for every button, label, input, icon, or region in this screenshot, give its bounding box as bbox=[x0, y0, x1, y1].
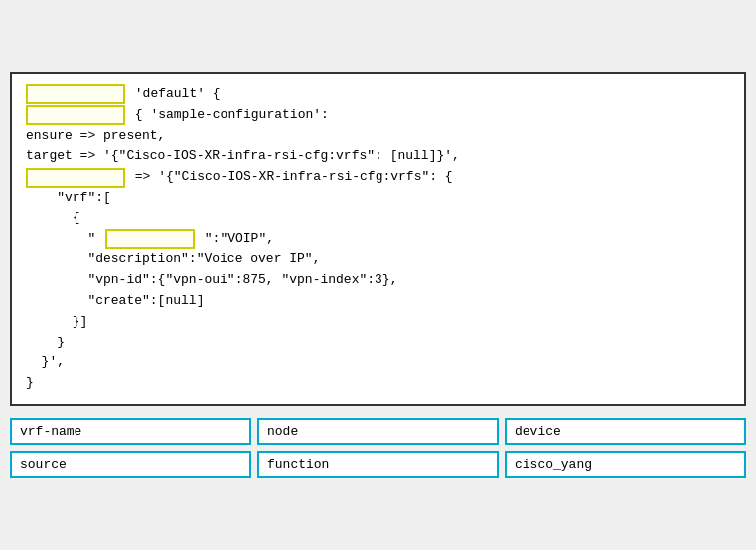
tag-vrf-name[interactable]: vrf-name bbox=[10, 418, 251, 445]
code-line-11: "create":[null] bbox=[26, 291, 730, 312]
code-text-8a: " bbox=[26, 229, 103, 250]
code-text-1: 'default' { bbox=[127, 84, 221, 105]
code-line-2: { 'sample-configuration': bbox=[26, 105, 730, 126]
code-text-6: "vrf":[ bbox=[26, 188, 111, 208]
code-line-6: "vrf":[ bbox=[26, 188, 730, 208]
tag-node[interactable]: node bbox=[257, 418, 499, 445]
code-line-8: " ":"VOIP", bbox=[26, 229, 730, 250]
code-line-13: } bbox=[26, 333, 730, 353]
code-line-7: { bbox=[26, 208, 730, 229]
highlight-box-3[interactable] bbox=[26, 168, 125, 188]
code-line-3: ensure => present, bbox=[26, 126, 730, 147]
code-line-10: "vpn-id":{"vpn-oui":875, "vpn-index":3}, bbox=[26, 270, 730, 291]
code-text-14: }', bbox=[26, 352, 65, 373]
tag-function[interactable]: function bbox=[257, 451, 499, 478]
code-text-2: { 'sample-configuration': bbox=[127, 105, 329, 126]
code-text-4: target => '{"Cisco-IOS-XR-infra-rsi-cfg:… bbox=[26, 146, 460, 167]
code-text-11: "create":[null] bbox=[26, 291, 204, 312]
code-line-15: } bbox=[26, 373, 730, 394]
code-text-10: "vpn-id":{"vpn-oui":875, "vpn-index":3}, bbox=[26, 270, 397, 291]
main-container: 'default' { { 'sample-configuration': en… bbox=[10, 72, 746, 478]
code-text-9: "description":"Voice over IP", bbox=[26, 249, 320, 270]
code-line-14: }', bbox=[26, 352, 730, 373]
code-block: 'default' { { 'sample-configuration': en… bbox=[10, 72, 746, 406]
code-line-4: target => '{"Cisco-IOS-XR-infra-rsi-cfg:… bbox=[26, 146, 730, 167]
tag-cisco-yang[interactable]: cisco_yang bbox=[505, 451, 746, 478]
code-text-12: }] bbox=[26, 312, 87, 333]
code-text-15: } bbox=[26, 373, 34, 394]
code-line-5: => '{"Cisco-IOS-XR-infra-rsi-cfg:vrfs": … bbox=[26, 167, 730, 188]
code-text-3: ensure => present, bbox=[26, 126, 165, 147]
tag-device[interactable]: device bbox=[505, 418, 746, 445]
highlight-box-1[interactable] bbox=[26, 84, 125, 104]
code-text-8b: ":"VOIP", bbox=[197, 229, 274, 250]
code-line-9: "description":"Voice over IP", bbox=[26, 249, 730, 270]
code-line-12: }] bbox=[26, 312, 730, 333]
code-text-7: { bbox=[26, 208, 80, 229]
code-text-13: } bbox=[26, 333, 65, 353]
highlight-box-4[interactable] bbox=[105, 229, 195, 249]
code-line-1: 'default' { bbox=[26, 84, 730, 105]
tags-section: vrf-name node device source function cis… bbox=[10, 418, 746, 478]
highlight-box-2[interactable] bbox=[26, 105, 125, 125]
tag-source[interactable]: source bbox=[10, 451, 251, 478]
code-text-5: => '{"Cisco-IOS-XR-infra-rsi-cfg:vrfs": … bbox=[127, 167, 453, 188]
